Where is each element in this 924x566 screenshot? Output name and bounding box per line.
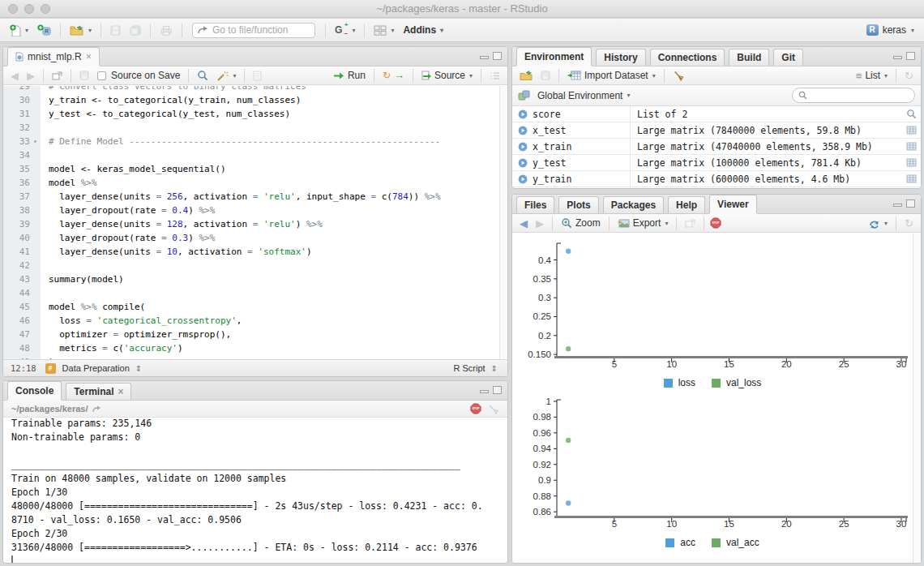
environment-row-y_train[interactable]: y_trainLarge matrix (600000 elements, 4.… xyxy=(512,171,921,187)
code-text: metrics = c('accuracy') xyxy=(41,341,183,355)
expand-object-icon[interactable] xyxy=(518,174,528,184)
refresh-environment-button[interactable]: ↻ xyxy=(902,69,916,83)
source-button[interactable]: Source xyxy=(419,68,475,83)
new-file-button[interactable] xyxy=(7,23,31,38)
list-view-selector[interactable]: ≡ List xyxy=(853,68,890,83)
new-project-button[interactable]: R xyxy=(35,23,53,38)
forward-button[interactable]: ▶ xyxy=(533,217,546,230)
editor-scrollbar[interactable] xyxy=(499,86,507,359)
environment-scope-selector[interactable]: Global Environment xyxy=(535,88,632,103)
save-workspace-button[interactable] xyxy=(538,69,553,82)
minimize-pane-icon[interactable] xyxy=(480,390,489,393)
clear-console-broom-icon[interactable] xyxy=(488,404,499,414)
compile-report-button[interactable] xyxy=(250,69,264,83)
source-on-save-toggle[interactable]: Source on Save xyxy=(95,68,182,83)
print-button[interactable] xyxy=(157,24,175,37)
maximize-pane-icon[interactable] xyxy=(906,52,915,60)
tab-plots[interactable]: Plots xyxy=(558,196,598,213)
save-button[interactable] xyxy=(108,24,123,37)
line-number: 42 xyxy=(4,259,30,272)
tab-build[interactable]: Build xyxy=(729,49,769,66)
expand-object-icon[interactable] xyxy=(518,158,528,168)
project-menu-button[interactable]: R keras xyxy=(864,23,917,37)
data-grid-icon[interactable] xyxy=(906,142,917,151)
publish-button[interactable] xyxy=(866,217,890,230)
save-all-button[interactable] xyxy=(127,24,143,37)
data-grid-icon[interactable] xyxy=(906,158,917,167)
zoom-window-button[interactable] xyxy=(41,4,50,14)
environment-row-x_test[interactable]: x_testLarge matrix (7840000 elements, 59… xyxy=(512,122,921,139)
refresh-viewer-button[interactable]: ↻ xyxy=(902,217,916,230)
run-button[interactable]: Run xyxy=(331,68,368,83)
find-replace-button[interactable] xyxy=(195,68,211,83)
data-grid-icon[interactable] xyxy=(906,126,917,135)
tab-label: Files xyxy=(524,199,546,211)
open-file-button[interactable] xyxy=(67,24,94,37)
goto-file-function-box[interactable] xyxy=(192,23,315,38)
zoom-plot-button[interactable]: Zoom xyxy=(558,216,603,230)
save-source-button[interactable] xyxy=(77,69,92,82)
goto-directory-icon[interactable] xyxy=(92,405,101,413)
import-dataset-button[interactable]: Import Dataset xyxy=(565,68,658,83)
stop-viewer-icon[interactable]: STOP xyxy=(710,217,721,229)
environment-search-box[interactable] xyxy=(792,88,915,103)
load-workspace-button[interactable] xyxy=(517,69,535,82)
close-icon[interactable] xyxy=(86,53,92,61)
code-tools-button[interactable] xyxy=(214,69,238,83)
popout-button[interactable] xyxy=(49,70,65,82)
back-button[interactable]: ◀ xyxy=(8,69,21,83)
minimize-pane-icon[interactable] xyxy=(480,56,489,59)
tab-environment[interactable]: Environment xyxy=(516,47,592,66)
maximize-pane-icon[interactable] xyxy=(906,199,915,208)
environment-row-score[interactable]: scoreList of 2 xyxy=(512,106,921,122)
rerun-button[interactable]: ↻ → xyxy=(380,69,407,82)
maximize-pane-icon[interactable] xyxy=(493,386,502,394)
console-output[interactable]: Trainable params: 235,146Non-trainable p… xyxy=(3,418,507,563)
close-icon[interactable] xyxy=(118,388,123,396)
tab-mnist-mlp-r[interactable]: mnist_mlp.R xyxy=(7,47,100,66)
minimize-window-button[interactable] xyxy=(24,4,34,14)
workspace-panes-button[interactable] xyxy=(371,24,396,37)
tab-terminal[interactable]: Terminal xyxy=(66,383,131,400)
export-button[interactable]: Export xyxy=(615,216,671,230)
data-grid-icon[interactable] xyxy=(906,174,917,183)
section-navigator[interactable]: Data Preparation xyxy=(43,362,145,375)
environment-search-input[interactable] xyxy=(811,91,900,101)
clear-environment-button[interactable] xyxy=(670,69,687,83)
back-button[interactable]: ◀ xyxy=(517,217,530,230)
checkbox-icon[interactable] xyxy=(97,71,106,80)
popout-viewer-button[interactable] xyxy=(682,217,698,229)
stop-icon[interactable]: STOP xyxy=(470,403,481,414)
tab-console[interactable]: Console xyxy=(7,381,62,400)
tab-files[interactable]: Files xyxy=(516,196,554,213)
expand-object-icon[interactable] xyxy=(518,126,528,135)
forward-button[interactable]: ▶ xyxy=(24,69,37,83)
gutter-spacer xyxy=(30,107,41,121)
file-type-selector[interactable]: R Script xyxy=(451,362,500,375)
goto-file-function-input[interactable] xyxy=(212,24,302,36)
code-editor[interactable]: 29# Convert class vectors to binary clas… xyxy=(3,86,507,359)
tab-git[interactable]: Git xyxy=(773,49,803,66)
tab-viewer[interactable]: Viewer xyxy=(709,195,756,213)
code-text: summary(model) xyxy=(41,272,124,286)
expand-object-icon[interactable] xyxy=(518,142,528,152)
maximize-pane-icon[interactable] xyxy=(493,52,502,60)
inspect-icon[interactable] xyxy=(906,109,917,119)
tab-help[interactable]: Help xyxy=(668,196,705,213)
minimize-pane-icon[interactable] xyxy=(893,204,902,207)
tab-history[interactable]: History xyxy=(596,49,645,66)
environment-row-y_test[interactable]: y_testLarge matrix (100000 elements, 781… xyxy=(512,155,921,171)
addins-menu-button[interactable]: Addins xyxy=(400,23,446,37)
expand-object-icon[interactable] xyxy=(518,109,528,119)
document-outline-button[interactable] xyxy=(487,70,503,82)
toolbar-separator xyxy=(896,69,896,83)
git-menu-button[interactable]: G+− xyxy=(332,23,357,37)
fold-arrow-icon[interactable]: ▾ xyxy=(30,135,41,148)
environment-row-x_train[interactable]: x_trainLarge matrix (47040000 elements, … xyxy=(512,139,921,155)
tab-packages[interactable]: Packages xyxy=(603,196,664,213)
close-window-button[interactable] xyxy=(8,4,18,14)
viewer-scrollbar[interactable] xyxy=(913,234,921,563)
minimize-pane-icon[interactable] xyxy=(893,56,902,59)
tab-connections[interactable]: Connections xyxy=(650,49,725,66)
chevron-down-icon xyxy=(233,72,236,79)
